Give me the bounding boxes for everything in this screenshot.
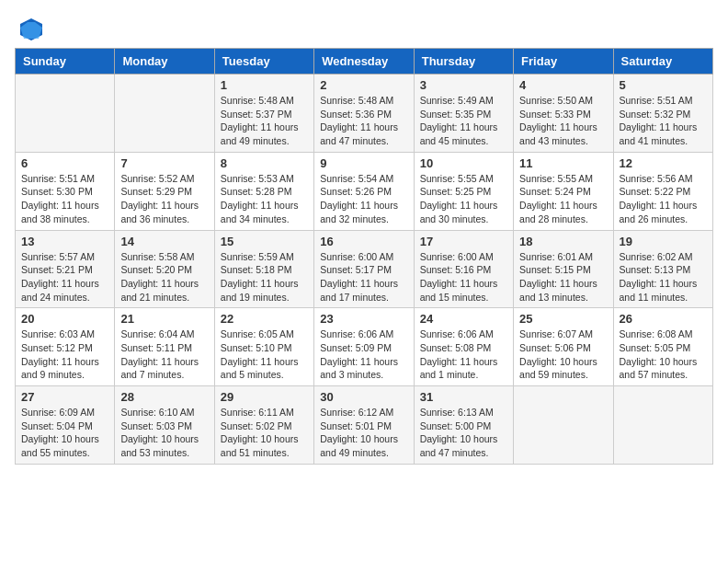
day-info: Sunrise: 6:13 AM Sunset: 5:00 PM Dayligh… xyxy=(420,406,507,460)
day-number: 10 xyxy=(420,156,507,170)
day-info: Sunrise: 5:49 AM Sunset: 5:35 PM Dayligh… xyxy=(420,94,507,148)
calendar-cell: 14Sunrise: 5:58 AM Sunset: 5:20 PM Dayli… xyxy=(115,230,214,308)
day-info: Sunrise: 5:48 AM Sunset: 5:36 PM Dayligh… xyxy=(320,94,407,148)
day-info: Sunrise: 5:56 AM Sunset: 5:22 PM Dayligh… xyxy=(620,172,707,226)
calendar-cell: 5Sunrise: 5:51 AM Sunset: 5:32 PM Daylig… xyxy=(613,75,712,153)
day-info: Sunrise: 6:08 AM Sunset: 5:05 PM Dayligh… xyxy=(620,327,707,382)
weekday-header: Saturday xyxy=(613,49,712,75)
day-number: 6 xyxy=(21,156,108,170)
day-info: Sunrise: 6:10 AM Sunset: 5:03 PM Dayligh… xyxy=(120,406,208,460)
day-info: Sunrise: 6:09 AM Sunset: 5:04 PM Dayligh… xyxy=(21,406,108,460)
day-number: 20 xyxy=(21,312,108,326)
day-number: 27 xyxy=(21,390,108,404)
page-header xyxy=(15,15,713,39)
calendar-cell: 18Sunrise: 6:01 AM Sunset: 5:15 PM Dayli… xyxy=(514,230,613,308)
day-info: Sunrise: 5:51 AM Sunset: 5:30 PM Dayligh… xyxy=(21,172,108,226)
calendar-cell: 7Sunrise: 5:52 AM Sunset: 5:29 PM Daylig… xyxy=(115,152,214,230)
day-info: Sunrise: 5:53 AM Sunset: 5:28 PM Dayligh… xyxy=(221,172,308,226)
calendar-cell: 11Sunrise: 5:55 AM Sunset: 5:24 PM Dayli… xyxy=(514,152,613,230)
calendar-cell xyxy=(514,386,613,465)
day-number: 29 xyxy=(221,390,308,404)
day-info: Sunrise: 6:00 AM Sunset: 5:17 PM Dayligh… xyxy=(320,250,407,304)
day-number: 26 xyxy=(620,312,707,326)
day-number: 14 xyxy=(120,235,208,248)
day-info: Sunrise: 6:03 AM Sunset: 5:12 PM Dayligh… xyxy=(21,327,108,382)
day-number: 24 xyxy=(420,312,507,326)
day-number: 19 xyxy=(620,235,707,248)
calendar-cell: 15Sunrise: 5:59 AM Sunset: 5:18 PM Dayli… xyxy=(214,230,313,308)
weekday-header: Monday xyxy=(115,49,214,75)
day-info: Sunrise: 5:54 AM Sunset: 5:26 PM Dayligh… xyxy=(320,172,407,226)
calendar-cell: 9Sunrise: 5:54 AM Sunset: 5:26 PM Daylig… xyxy=(314,152,414,230)
day-number: 8 xyxy=(221,156,308,170)
day-number: 2 xyxy=(320,78,407,92)
calendar-cell xyxy=(16,75,115,153)
day-number: 17 xyxy=(420,235,507,248)
day-number: 4 xyxy=(519,78,607,92)
calendar-cell: 16Sunrise: 6:00 AM Sunset: 5:17 PM Dayli… xyxy=(314,230,414,308)
calendar-cell: 23Sunrise: 6:06 AM Sunset: 5:09 PM Dayli… xyxy=(314,308,414,386)
day-number: 18 xyxy=(519,235,607,248)
calendar-cell: 30Sunrise: 6:12 AM Sunset: 5:01 PM Dayli… xyxy=(314,386,414,465)
day-info: Sunrise: 6:06 AM Sunset: 5:09 PM Dayligh… xyxy=(320,327,407,382)
calendar-cell: 1Sunrise: 5:48 AM Sunset: 5:37 PM Daylig… xyxy=(214,75,313,153)
day-number: 31 xyxy=(420,390,507,404)
weekday-header: Sunday xyxy=(16,49,115,75)
calendar-table: SundayMondayTuesdayWednesdayThursdayFrid… xyxy=(15,48,713,465)
calendar-cell: 27Sunrise: 6:09 AM Sunset: 5:04 PM Dayli… xyxy=(16,386,115,465)
calendar-cell: 3Sunrise: 5:49 AM Sunset: 5:35 PM Daylig… xyxy=(414,75,513,153)
day-info: Sunrise: 5:52 AM Sunset: 5:29 PM Dayligh… xyxy=(120,172,208,226)
logo-icon xyxy=(17,15,46,44)
day-info: Sunrise: 5:58 AM Sunset: 5:20 PM Dayligh… xyxy=(120,250,208,304)
calendar-cell: 12Sunrise: 5:56 AM Sunset: 5:22 PM Dayli… xyxy=(613,152,712,230)
day-number: 30 xyxy=(320,390,407,404)
calendar-cell: 26Sunrise: 6:08 AM Sunset: 5:05 PM Dayli… xyxy=(613,308,712,386)
day-number: 3 xyxy=(420,78,507,92)
weekday-header: Thursday xyxy=(414,49,513,75)
day-info: Sunrise: 6:12 AM Sunset: 5:01 PM Dayligh… xyxy=(320,406,407,460)
day-info: Sunrise: 6:00 AM Sunset: 5:16 PM Dayligh… xyxy=(420,250,507,304)
weekday-header: Wednesday xyxy=(314,49,414,75)
day-number: 11 xyxy=(519,156,607,170)
day-info: Sunrise: 6:05 AM Sunset: 5:10 PM Dayligh… xyxy=(221,327,308,382)
calendar-cell: 17Sunrise: 6:00 AM Sunset: 5:16 PM Dayli… xyxy=(414,230,513,308)
day-info: Sunrise: 6:07 AM Sunset: 5:06 PM Dayligh… xyxy=(519,327,607,382)
calendar-cell: 22Sunrise: 6:05 AM Sunset: 5:10 PM Dayli… xyxy=(214,308,313,386)
calendar-cell xyxy=(115,75,214,153)
day-info: Sunrise: 5:51 AM Sunset: 5:32 PM Dayligh… xyxy=(620,94,707,148)
day-info: Sunrise: 5:55 AM Sunset: 5:24 PM Dayligh… xyxy=(519,172,607,226)
day-number: 13 xyxy=(21,235,108,248)
calendar-cell: 25Sunrise: 6:07 AM Sunset: 5:06 PM Dayli… xyxy=(514,308,613,386)
calendar-cell: 28Sunrise: 6:10 AM Sunset: 5:03 PM Dayli… xyxy=(115,386,214,465)
day-info: Sunrise: 6:04 AM Sunset: 5:11 PM Dayligh… xyxy=(120,327,208,382)
day-number: 23 xyxy=(320,312,407,326)
calendar-cell: 10Sunrise: 5:55 AM Sunset: 5:25 PM Dayli… xyxy=(414,152,513,230)
day-info: Sunrise: 5:48 AM Sunset: 5:37 PM Dayligh… xyxy=(221,94,308,148)
calendar-cell: 2Sunrise: 5:48 AM Sunset: 5:36 PM Daylig… xyxy=(314,75,414,153)
day-info: Sunrise: 6:02 AM Sunset: 5:13 PM Dayligh… xyxy=(620,250,707,304)
calendar-cell: 21Sunrise: 6:04 AM Sunset: 5:11 PM Dayli… xyxy=(115,308,214,386)
calendar-cell: 24Sunrise: 6:06 AM Sunset: 5:08 PM Dayli… xyxy=(414,308,513,386)
weekday-header: Friday xyxy=(514,49,613,75)
weekday-header: Tuesday xyxy=(214,49,313,75)
day-info: Sunrise: 6:01 AM Sunset: 5:15 PM Dayligh… xyxy=(519,250,607,304)
day-number: 5 xyxy=(620,78,707,92)
day-number: 25 xyxy=(519,312,607,326)
calendar-cell: 31Sunrise: 6:13 AM Sunset: 5:00 PM Dayli… xyxy=(414,386,513,465)
day-info: Sunrise: 5:59 AM Sunset: 5:18 PM Dayligh… xyxy=(221,250,308,304)
calendar-cell: 6Sunrise: 5:51 AM Sunset: 5:30 PM Daylig… xyxy=(16,152,115,230)
calendar-cell: 8Sunrise: 5:53 AM Sunset: 5:28 PM Daylig… xyxy=(214,152,313,230)
day-number: 21 xyxy=(120,312,208,326)
calendar-cell: 20Sunrise: 6:03 AM Sunset: 5:12 PM Dayli… xyxy=(16,308,115,386)
calendar-cell: 13Sunrise: 5:57 AM Sunset: 5:21 PM Dayli… xyxy=(16,230,115,308)
day-number: 15 xyxy=(221,235,308,248)
day-info: Sunrise: 6:11 AM Sunset: 5:02 PM Dayligh… xyxy=(221,406,308,460)
day-info: Sunrise: 5:50 AM Sunset: 5:33 PM Dayligh… xyxy=(519,94,607,148)
calendar-cell: 29Sunrise: 6:11 AM Sunset: 5:02 PM Dayli… xyxy=(214,386,313,465)
logo xyxy=(15,15,46,39)
day-number: 22 xyxy=(221,312,308,326)
day-number: 1 xyxy=(221,78,308,92)
calendar-cell xyxy=(613,386,712,465)
day-info: Sunrise: 6:06 AM Sunset: 5:08 PM Dayligh… xyxy=(420,327,507,382)
day-number: 9 xyxy=(320,156,407,170)
